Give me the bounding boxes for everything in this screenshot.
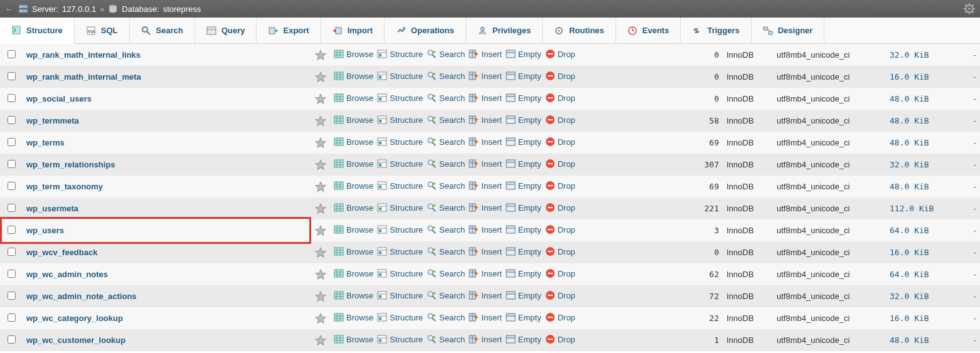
favorite-star-icon[interactable] <box>315 115 326 127</box>
insert-action[interactable]: Insert <box>469 93 502 103</box>
drop-action[interactable]: Drop <box>545 49 575 59</box>
structure-action[interactable]: Structure <box>377 246 423 256</box>
favorite-star-icon[interactable] <box>315 335 326 346</box>
drop-action[interactable]: Drop <box>545 159 575 169</box>
tab-import[interactable]: Import <box>321 18 385 43</box>
insert-action[interactable]: Insert <box>469 203 502 213</box>
empty-action[interactable]: Empty <box>506 115 541 125</box>
browse-action[interactable]: Browse <box>334 93 373 103</box>
insert-action[interactable]: Insert <box>469 49 502 59</box>
browse-action[interactable]: Browse <box>334 224 373 234</box>
structure-action[interactable]: Structure <box>377 93 423 103</box>
browse-action[interactable]: Browse <box>334 181 373 191</box>
drop-action[interactable]: Drop <box>545 334 575 344</box>
browse-action[interactable]: Browse <box>334 246 373 256</box>
structure-action[interactable]: Structure <box>377 181 423 191</box>
browse-action[interactable]: Browse <box>334 334 373 344</box>
row-checkbox[interactable] <box>8 226 16 234</box>
structure-action[interactable]: Structure <box>377 290 423 300</box>
table-name-link[interactable]: wp_termmeta <box>26 116 79 125</box>
favorite-star-icon[interactable] <box>315 225 326 236</box>
table-name-link[interactable]: wp_wcv_feedback <box>26 248 97 257</box>
row-checkbox[interactable] <box>8 94 16 102</box>
table-name-link[interactable]: wp_term_relationships <box>26 160 115 169</box>
empty-action[interactable]: Empty <box>506 159 541 169</box>
favorite-star-icon[interactable] <box>315 203 326 214</box>
favorite-star-icon[interactable] <box>315 93 326 105</box>
table-name-link[interactable]: wp_rank_math_internal_links <box>26 50 141 60</box>
insert-action[interactable]: Insert <box>469 268 502 278</box>
search-action[interactable]: Search <box>427 290 465 300</box>
table-name-link[interactable]: wp_term_taxonomy <box>26 182 103 191</box>
browse-action[interactable]: Browse <box>334 268 373 278</box>
search-action[interactable]: Search <box>427 246 465 256</box>
tab-triggers[interactable]: Triggers <box>681 18 751 43</box>
breadcrumb-database[interactable]: Database: storepress <box>108 4 201 14</box>
empty-action[interactable]: Empty <box>506 49 541 59</box>
drop-action[interactable]: Drop <box>545 268 575 278</box>
search-action[interactable]: Search <box>427 203 465 213</box>
empty-action[interactable]: Empty <box>506 290 541 300</box>
drop-action[interactable]: Drop <box>545 181 575 191</box>
browse-action[interactable]: Browse <box>334 49 373 59</box>
browse-action[interactable]: Browse <box>334 203 373 213</box>
row-checkbox[interactable] <box>8 204 16 212</box>
tab-query[interactable]: Query <box>195 18 257 43</box>
insert-action[interactable]: Insert <box>469 159 502 169</box>
search-action[interactable]: Search <box>427 137 465 147</box>
browse-action[interactable]: Browse <box>334 137 373 147</box>
empty-action[interactable]: Empty <box>506 312 541 322</box>
structure-action[interactable]: Structure <box>377 49 423 59</box>
empty-action[interactable]: Empty <box>506 181 541 191</box>
tab-structure[interactable]: Structure <box>0 18 75 44</box>
favorite-star-icon[interactable] <box>315 291 326 302</box>
search-action[interactable]: Search <box>427 312 465 322</box>
empty-action[interactable]: Empty <box>506 203 541 213</box>
table-name-link[interactable]: wp_terms <box>26 138 65 147</box>
search-action[interactable]: Search <box>427 159 465 169</box>
search-action[interactable]: Search <box>427 224 465 234</box>
row-checkbox[interactable] <box>8 248 16 256</box>
browse-action[interactable]: Browse <box>334 159 373 169</box>
drop-action[interactable]: Drop <box>545 137 575 147</box>
row-checkbox[interactable] <box>8 50 16 58</box>
table-name-link[interactable]: wp_rank_math_internal_meta <box>26 72 141 82</box>
drop-action[interactable]: Drop <box>545 246 575 256</box>
structure-action[interactable]: Structure <box>377 268 423 278</box>
tab-designer[interactable]: Designer <box>752 18 825 43</box>
insert-action[interactable]: Insert <box>469 312 502 322</box>
empty-action[interactable]: Empty <box>506 224 541 234</box>
empty-action[interactable]: Empty <box>506 246 541 256</box>
row-checkbox[interactable] <box>8 335 16 344</box>
search-action[interactable]: Search <box>427 71 465 81</box>
row-checkbox[interactable] <box>8 160 16 168</box>
drop-action[interactable]: Drop <box>545 224 575 234</box>
structure-action[interactable]: Structure <box>377 115 423 125</box>
row-checkbox[interactable] <box>8 138 16 146</box>
drop-action[interactable]: Drop <box>545 312 575 322</box>
table-name-link[interactable]: wp_usermeta <box>26 204 78 213</box>
row-checkbox[interactable] <box>8 72 16 80</box>
table-name-link[interactable]: wp_wc_admin_note_actions <box>26 292 137 301</box>
row-checkbox[interactable] <box>8 182 16 190</box>
favorite-star-icon[interactable] <box>315 71 326 83</box>
tab-privileges[interactable]: Privileges <box>466 18 543 43</box>
browse-action[interactable]: Browse <box>334 71 373 81</box>
search-action[interactable]: Search <box>427 93 465 103</box>
gear-icon[interactable] <box>964 3 975 14</box>
search-action[interactable]: Search <box>427 115 465 125</box>
favorite-star-icon[interactable] <box>315 247 326 258</box>
structure-action[interactable]: Structure <box>377 334 423 344</box>
insert-action[interactable]: Insert <box>469 246 502 256</box>
drop-action[interactable]: Drop <box>545 71 575 81</box>
table-name-link[interactable]: wp_wc_admin_notes <box>26 270 108 279</box>
drop-action[interactable]: Drop <box>545 203 575 213</box>
table-name-link[interactable]: wp_wc_customer_lookup <box>26 335 125 345</box>
structure-action[interactable]: Structure <box>377 203 423 213</box>
structure-action[interactable]: Structure <box>377 159 423 169</box>
structure-action[interactable]: Structure <box>377 224 423 234</box>
insert-action[interactable]: Insert <box>469 290 502 300</box>
favorite-star-icon[interactable] <box>315 137 326 149</box>
empty-action[interactable]: Empty <box>506 268 541 278</box>
insert-action[interactable]: Insert <box>469 334 502 344</box>
